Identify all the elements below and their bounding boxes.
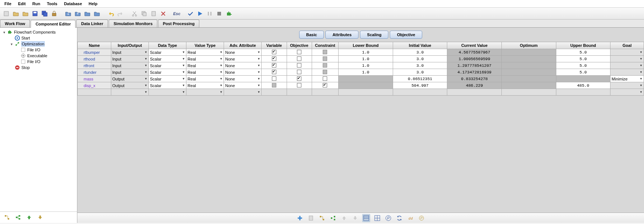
cell-lb[interactable] [339,82,393,89]
col-valuetype[interactable]: Value Type [186,42,224,49]
checkbox[interactable] [323,83,327,87]
cell-lb[interactable] [339,76,393,82]
delete-icon[interactable] [159,10,167,18]
cell-cv[interactable]: 486.229 [447,82,502,89]
link2-icon[interactable] [318,214,326,222]
add-icon[interactable] [296,214,304,222]
up2-icon[interactable] [340,214,348,222]
tree-branch-icon[interactable] [14,213,22,221]
checkbox[interactable] [272,76,276,81]
redo-icon[interactable] [116,10,125,18]
tree-item-fileio[interactable]: File I/O [1,59,76,65]
branch2-icon[interactable] [329,214,337,222]
tree-item-executable[interactable]: Executable [1,53,76,59]
grid2-icon[interactable] [373,214,381,222]
checkbox[interactable] [272,63,276,68]
menu-run[interactable]: Run [29,1,43,7]
save-icon[interactable] [31,10,39,18]
cell-cv[interactable]: 1.00056569599 [447,56,502,62]
checkbox[interactable] [297,83,301,87]
refresh-icon[interactable] [395,214,403,222]
cell-iv[interactable]: 3.0 [393,56,447,62]
run-icon[interactable] [196,10,204,18]
cell-name[interactable]: disp_x [78,82,111,89]
cell-cv[interactable]: 0.833254278 [447,76,502,82]
cell-ub[interactable] [556,76,610,82]
cell-name[interactable]: rtfront [78,62,111,69]
col-upperbound[interactable]: Upper Bound [556,42,610,49]
menu-edit[interactable]: Edit [15,1,29,7]
menu-tools[interactable]: Tools [44,1,60,7]
cell-lb[interactable]: 1.0 [339,69,393,76]
folder-out-icon[interactable] [93,10,101,18]
p-circle-icon[interactable]: P [417,214,426,222]
col-name[interactable]: Name [78,42,111,49]
puzzle-icon[interactable] [225,10,233,18]
down2-icon[interactable] [351,214,359,222]
scaling-button[interactable]: Scaling [360,31,388,39]
lock-icon[interactable] [50,10,58,18]
cell-opt[interactable] [501,56,556,62]
cell-opt[interactable] [501,69,556,76]
cell-iv[interactable]: 3.0 [393,69,447,76]
checkbox[interactable] [272,70,276,74]
cell-ub[interactable]: 5.0 [556,49,610,56]
cell-opt[interactable] [501,49,556,56]
tree-item-fileio[interactable]: File I/O [1,47,76,53]
cell-lb[interactable]: 1.0 [339,49,393,56]
save-all-icon[interactable] [41,10,49,18]
basic-button[interactable]: Basic [299,31,324,39]
cell-iv[interactable]: 3.0 [393,62,447,69]
page-icon[interactable] [307,214,315,222]
cut-icon[interactable] [130,10,139,18]
pause-icon[interactable] [206,10,214,18]
checkbox[interactable] [297,70,301,74]
tree-item-optimization[interactable]: ▾Optimization [1,41,76,47]
checkbox[interactable] [297,63,301,68]
cell-lb[interactable]: 1.0 [339,56,393,62]
new-icon[interactable] [2,10,10,18]
grid1-icon[interactable] [362,214,370,222]
cell-lb[interactable]: 1.0 [339,62,393,69]
col-constraint[interactable]: Constraint [312,42,339,49]
checkbox[interactable] [297,56,301,61]
tree-up-icon[interactable] [25,213,33,221]
cell-name[interactable]: mass [78,76,111,82]
folder-icon[interactable] [12,10,20,18]
cell-ub[interactable]: 5.0 [556,56,610,62]
cell-opt[interactable] [501,76,556,82]
cell-opt[interactable] [501,82,556,89]
col-currentvalue[interactable]: Current Value [447,42,502,49]
checkbox[interactable] [297,50,301,54]
undo-icon[interactable] [107,10,115,18]
col-variable[interactable]: Variable [262,42,287,49]
checkbox[interactable] [297,76,301,81]
objective-button[interactable]: Objective [390,31,422,39]
menu-database[interactable]: Database [61,1,85,7]
cell-ub[interactable]: 5.0 [556,69,610,76]
folder-in-icon[interactable] [83,10,91,18]
col-initialvalue[interactable]: Initial Value [393,42,447,49]
dd-script-icon[interactable]: dd [406,214,414,222]
checkbox[interactable] [272,56,276,61]
import-icon[interactable] [64,10,72,18]
cell-name[interactable]: rtunder [78,69,111,76]
tab-post-processing[interactable]: Post Processing [158,20,199,27]
cell-ub[interactable]: 485.0 [556,82,610,89]
checkbox[interactable] [272,50,276,54]
cell-iv[interactable]: 0.86512351 [393,76,447,82]
cell-name[interactable]: rtbumper [78,49,111,56]
paste-icon[interactable] [150,10,158,18]
cell-iv[interactable]: 3.0 [393,49,447,56]
check-icon[interactable] [186,10,195,18]
cell-opt[interactable] [501,62,556,69]
cell-ub-highlight[interactable] [556,89,610,96]
tree-root[interactable]: ▾ Flowchart Components [1,29,76,35]
cell-cv[interactable]: 4.173472816939 [447,69,502,76]
col-lowerbound[interactable]: Lower Bound [339,42,393,49]
tree-item-stop[interactable]: Stop [1,65,76,70]
cell-cv[interactable]: 1.297778541207 [447,62,502,69]
cell-ub[interactable]: 5.0 [556,62,610,69]
menu-help[interactable]: Help [86,1,101,7]
row-empty[interactable]: ▼▼▼▼▼ [78,89,644,96]
